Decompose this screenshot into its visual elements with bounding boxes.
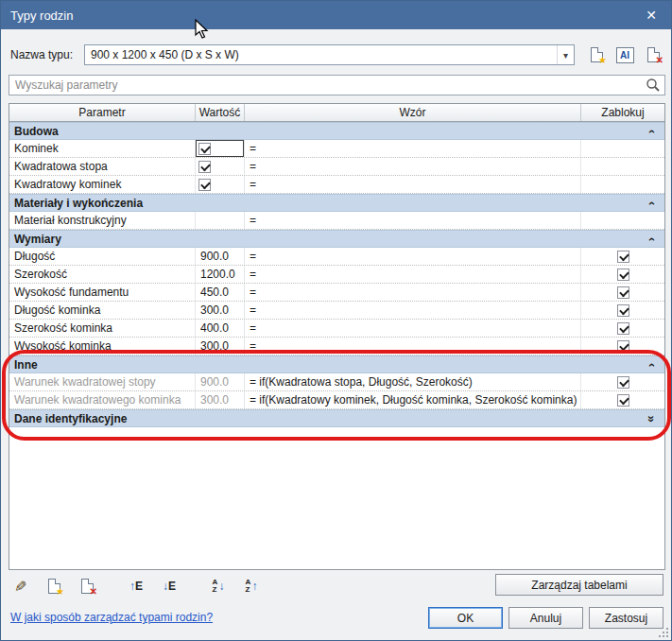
cancel-button[interactable]: Anuluj [508, 607, 583, 629]
chevron-down-icon[interactable]: ▾ [557, 45, 574, 64]
param-formula-cell[interactable]: = [245, 284, 581, 301]
resize-grip[interactable] [657, 626, 668, 637]
param-lock-cell [581, 158, 664, 175]
param-value-cell[interactable]: 900.0 [196, 248, 245, 265]
header-wzor[interactable]: Wzór [245, 104, 581, 121]
lock-checkbox[interactable] [617, 322, 629, 335]
lock-checkbox[interactable] [617, 304, 629, 317]
move-parameter-down-button[interactable]: ↓E [159, 576, 180, 597]
dialog-title: Typy rodzin [10, 9, 73, 23]
move-parameter-up-button[interactable]: ↑E [126, 576, 146, 597]
table-header-row: Parametr Wartość Wzór Zablokuj [9, 104, 664, 122]
param-lock-cell [581, 391, 664, 408]
sort-letters: A Z [246, 579, 251, 594]
new-type-button[interactable]: ★ [586, 44, 607, 65]
header-wartosc[interactable]: Wartość [196, 104, 245, 121]
header-parametr[interactable]: Parametr [9, 104, 196, 121]
param-formula-cell[interactable]: = [245, 140, 581, 157]
arrow-down-icon: ↓ [218, 580, 224, 593]
sort-descending-button[interactable]: A Z ↑ [241, 576, 262, 597]
param-formula-cell[interactable]: = if(Kwadratowa stopa, Długość, Szerokoś… [245, 373, 581, 390]
param-row-kwadratowy-kominek: Kwadratowy kominek = [9, 176, 664, 194]
param-row-szerokosc-kominka: Szerokość kominka 400.0 = [9, 320, 664, 338]
param-value-cell[interactable]: 1200.0 [196, 266, 245, 283]
move-letter: E [135, 580, 143, 593]
apply-button[interactable]: Zastosuj [589, 607, 663, 629]
type-actions: ★ AI ✕ [586, 44, 663, 65]
sort-letter-z: Z [213, 586, 218, 594]
group-label: Dane identyfikacyjne [14, 410, 127, 427]
group-header-budowa[interactable]: Budowa › [9, 122, 664, 140]
chevron-up-icon[interactable]: › [643, 126, 660, 137]
param-value-cell[interactable]: 900.0 [196, 373, 245, 390]
group-header-wymiary[interactable]: Wymiary › [9, 230, 664, 248]
param-name-cell: Warunek kwadratowej stopy [9, 373, 196, 390]
value-checkbox[interactable] [198, 179, 211, 191]
param-lock-cell [581, 266, 664, 283]
value-checkbox[interactable] [198, 143, 211, 155]
param-lock-cell [581, 284, 664, 301]
titlebar[interactable]: Typy rodzin ✕ [1, 1, 671, 29]
param-value-cell[interactable] [196, 140, 245, 157]
param-formula-cell[interactable]: = [245, 320, 581, 337]
param-value-cell[interactable] [196, 212, 245, 229]
star-icon: ★ [598, 56, 607, 65]
param-value-cell[interactable]: 300.0 [196, 338, 245, 355]
chevron-up-icon[interactable]: › [643, 234, 660, 245]
group-header-inne[interactable]: Inne › [9, 355, 664, 373]
param-row-dlugosc-kominka: Długość kominka 300.0 = [9, 302, 664, 320]
param-lock-cell [581, 212, 664, 229]
lock-checkbox[interactable] [617, 376, 629, 389]
param-name-cell: Warunek kwadratowego kominka [9, 391, 196, 408]
param-row-wysokosc-kominka: Wysokość kominka 300.0 = [9, 338, 664, 355]
chevron-up-icon[interactable]: › [643, 359, 660, 371]
lock-checkbox[interactable] [617, 394, 629, 407]
sort-ascending-button[interactable]: A Z ↓ [208, 576, 229, 597]
param-value-cell[interactable]: 300.0 [196, 391, 245, 408]
param-row-dlugosc: Długość 900.0 = [9, 248, 664, 266]
param-formula-cell[interactable]: = [245, 176, 581, 193]
param-formula-cell[interactable]: = if(Kwadratowy kominek, Długość kominka… [245, 391, 581, 408]
param-formula-cell[interactable]: = [245, 212, 581, 229]
param-name-cell: Materiał konstrukcyjny [9, 212, 196, 229]
rename-type-button[interactable]: AI [614, 44, 635, 65]
lock-checkbox[interactable] [617, 269, 629, 281]
param-name-cell: Kwadratowa stopa [9, 158, 196, 175]
close-icon[interactable]: ✕ [641, 8, 662, 23]
param-formula-cell[interactable]: = [245, 158, 581, 175]
param-value-cell[interactable] [196, 176, 245, 193]
param-value-cell[interactable]: 400.0 [196, 320, 245, 337]
param-value-cell[interactable]: 450.0 [196, 284, 245, 301]
delete-type-button[interactable]: ✕ [643, 44, 663, 65]
value-checkbox[interactable] [198, 161, 211, 173]
type-name-label: Nazwa typu: [10, 48, 84, 61]
new-parameter-button[interactable]: ★ [43, 576, 64, 597]
manage-tables-button[interactable]: Zarządzaj tabelami [495, 574, 663, 596]
param-name-cell: Kwadratowy kominek [9, 176, 196, 193]
type-name-value: 900 x 1200 x 450 (D x S x W) [91, 48, 239, 61]
param-formula-cell[interactable]: = [245, 338, 581, 355]
lock-checkbox[interactable] [617, 286, 629, 299]
param-value-cell[interactable]: 300.0 [196, 302, 245, 319]
search-row [9, 75, 665, 95]
lock-checkbox[interactable] [617, 251, 629, 263]
header-zablokuj[interactable]: Zablokuj [581, 104, 664, 121]
type-name-combo[interactable]: 900 x 1200 x 450 (D x S x W) ▾ [84, 44, 575, 65]
param-lock-cell [581, 140, 664, 157]
search-input[interactable] [9, 75, 665, 95]
param-value-cell[interactable] [196, 158, 245, 175]
chevron-up-icon[interactable]: › [643, 198, 660, 209]
edit-parameter-button[interactable]: ✎ [10, 576, 31, 597]
group-label: Wymiary [14, 231, 61, 248]
param-formula-cell[interactable]: = [245, 248, 581, 265]
group-header-dane-identyfikacyjne[interactable]: Dane identyfikacyjne » [9, 409, 664, 427]
chevron-down-icon[interactable]: » [643, 413, 660, 424]
group-header-materialy[interactable]: Materiały i wykończenia › [9, 194, 664, 212]
help-link[interactable]: W jaki sposób zarządzać typami rodzin? [10, 611, 213, 624]
param-formula-cell[interactable]: = [245, 302, 581, 319]
delete-parameter-button[interactable]: ✕ [77, 576, 97, 597]
lock-checkbox[interactable] [617, 340, 629, 353]
ok-button[interactable]: OK [428, 607, 503, 629]
search-icon [646, 78, 661, 93]
param-formula-cell[interactable]: = [245, 266, 581, 283]
